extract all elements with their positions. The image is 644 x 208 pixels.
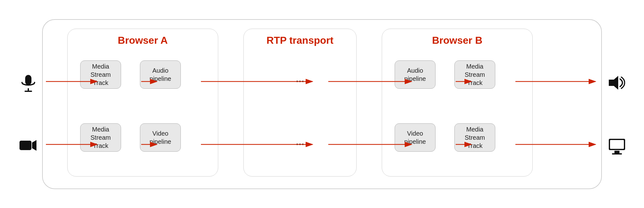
browser-b-box: Browser B Audio pipeline Media Stream Tr… [382,29,533,177]
mst-audio-a-node: Media Stream Track [80,60,121,89]
mst-video-a-node: Media Stream Track [80,123,121,152]
svg-rect-0 [25,75,31,85]
svg-rect-7 [610,140,624,149]
audio-pipeline-a-node: Audio pipeline [140,60,181,89]
svg-rect-9 [612,153,622,155]
mst-audio-b-node: Media Stream Track [454,60,495,89]
camera-icon [19,138,37,153]
browser-a-title: Browser A [68,35,218,46]
browser-b-title: Browser B [382,35,532,46]
video-pipeline-a-node: Video pipeline [140,123,181,152]
browser-a-box: Browser A Media Stream Track Audio pipel… [67,29,218,177]
svg-rect-8 [614,151,619,153]
audio-pipeline-b-node: Audio pipeline [395,60,436,89]
microphone-icon [20,74,36,92]
svg-rect-3 [19,141,31,150]
monitor-icon [608,138,626,155]
rtp-video-dots: ... [296,136,304,148]
mst-video-b-node: Media Stream Track [454,123,495,152]
rtp-box: RTP transport ... ... [243,29,357,177]
svg-marker-4 [32,140,36,151]
svg-marker-5 [609,76,618,90]
rtp-audio-dots: ... [296,73,304,85]
speaker-icon [608,75,625,91]
rtp-title: RTP transport [244,35,356,46]
diagram: Browser A Media Stream Track Audio pipel… [23,13,621,195]
video-pipeline-b-node: Video pipeline [395,123,436,152]
